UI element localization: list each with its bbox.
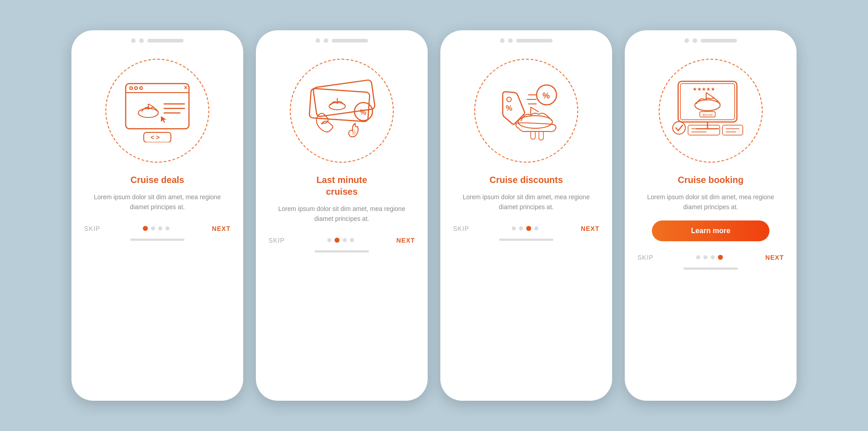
nav-dot-3 bbox=[165, 226, 170, 230]
top-bar bbox=[147, 39, 184, 42]
phone-title: Last minute cruises bbox=[316, 174, 367, 197]
phone-desc: Lorem ipsum dolor sit dim amet, mea regi… bbox=[269, 204, 414, 224]
nav-dots bbox=[327, 238, 354, 243]
nav-dot-0 bbox=[512, 226, 516, 230]
camera-dot bbox=[131, 38, 136, 43]
skip-label[interactable]: SKIP bbox=[637, 254, 654, 261]
illustration-area: ★★★★★ BOOK bbox=[625, 47, 797, 174]
svg-rect-0 bbox=[126, 84, 189, 129]
camera-dot bbox=[684, 38, 689, 43]
phones-container: ✕ < > Cruise de bbox=[71, 30, 797, 401]
phone-cruise-discounts: % % bbox=[440, 30, 612, 401]
cruise-discounts-icon: % % bbox=[486, 75, 567, 147]
next-label[interactable]: NEXT bbox=[581, 225, 599, 232]
illustration-area: % bbox=[256, 47, 428, 174]
svg-line-29 bbox=[531, 107, 539, 112]
phone-desc: Lorem ipsum dolor sit dim amet, mea regi… bbox=[454, 192, 599, 212]
phone-top-bar bbox=[625, 30, 797, 47]
speaker-dot bbox=[508, 38, 513, 43]
nav-dot-0 bbox=[327, 238, 331, 242]
phone-title: Cruise booking bbox=[678, 174, 744, 186]
svg-point-2 bbox=[130, 87, 132, 89]
svg-text:★★★★★: ★★★★★ bbox=[693, 86, 715, 92]
svg-point-40 bbox=[673, 122, 685, 134]
svg-point-4 bbox=[140, 87, 142, 89]
nav-dot-3 bbox=[534, 226, 538, 230]
svg-text:%: % bbox=[506, 104, 512, 112]
dashed-circle: % % bbox=[474, 59, 578, 163]
nav-dot-2 bbox=[158, 226, 162, 230]
phone-cruise-deals: ✕ < > Cruise de bbox=[71, 30, 243, 401]
last-minute-icon: % bbox=[301, 75, 382, 147]
top-bar bbox=[332, 39, 368, 42]
next-label[interactable]: NEXT bbox=[765, 254, 784, 261]
phone-nav: SKIP NEXT bbox=[625, 249, 797, 267]
nav-dot-3 bbox=[350, 238, 354, 242]
svg-text:< >: < > bbox=[151, 134, 160, 141]
svg-point-3 bbox=[135, 87, 137, 89]
nav-dot-2 bbox=[343, 238, 347, 242]
phone-nav: SKIP NEXT bbox=[440, 220, 612, 239]
svg-point-20 bbox=[507, 97, 511, 102]
home-bar bbox=[499, 239, 553, 241]
speaker-dot bbox=[693, 38, 697, 43]
nav-dots bbox=[143, 226, 170, 231]
phone-top-bar bbox=[71, 30, 243, 47]
dashed-circle: % bbox=[290, 59, 394, 163]
home-bar bbox=[130, 239, 184, 241]
svg-rect-44 bbox=[722, 125, 743, 135]
learn-more-button[interactable]: Learn more bbox=[652, 220, 769, 241]
home-bar bbox=[684, 267, 738, 270]
cruise-booking-icon: ★★★★★ BOOK bbox=[669, 75, 753, 147]
phone-content: Cruise deals Lorem ipsum dolor sit dim a… bbox=[71, 174, 243, 220]
home-bar bbox=[315, 250, 369, 253]
next-label[interactable]: NEXT bbox=[212, 225, 231, 232]
nav-dot-1 bbox=[151, 226, 155, 230]
phone-content: Cruise discounts Lorem ipsum dolor sit d… bbox=[440, 174, 612, 220]
phone-nav: SKIP NEXT bbox=[71, 220, 243, 239]
camera-dot bbox=[500, 38, 505, 43]
nav-dots bbox=[512, 226, 538, 231]
svg-text:BOOK: BOOK bbox=[703, 113, 713, 117]
nav-dot-2 bbox=[711, 255, 715, 259]
nav-dot-0 bbox=[143, 226, 148, 231]
svg-text:✕: ✕ bbox=[184, 85, 188, 90]
nav-dot-1 bbox=[335, 238, 340, 243]
nav-dot-2 bbox=[526, 226, 531, 231]
phone-cruise-booking: ★★★★★ BOOK Crui bbox=[625, 30, 797, 401]
svg-line-8 bbox=[148, 104, 154, 107]
svg-text:%: % bbox=[360, 108, 366, 116]
skip-label[interactable]: SKIP bbox=[269, 237, 285, 244]
phone-last-minute: % Last minute cruises Lorem ipsum dolor … bbox=[256, 30, 428, 401]
skip-label[interactable]: SKIP bbox=[84, 225, 100, 232]
illustration-area: % % bbox=[440, 47, 612, 174]
phone-content: Last minute cruises Lorem ipsum dolor si… bbox=[256, 174, 428, 232]
phone-title: Cruise deals bbox=[131, 174, 184, 186]
svg-rect-15 bbox=[309, 89, 370, 122]
nav-dot-3 bbox=[718, 255, 723, 260]
speaker-dot bbox=[139, 38, 144, 43]
dashed-circle: ★★★★★ BOOK bbox=[659, 59, 763, 163]
dashed-circle: ✕ < > bbox=[105, 59, 209, 163]
phone-top-bar bbox=[440, 30, 612, 47]
camera-dot bbox=[316, 38, 320, 43]
phone-desc: Lorem ipsum dolor sit dim amet, mea regi… bbox=[638, 192, 783, 212]
phone-content: Cruise booking Lorem ipsum dolor sit dim… bbox=[625, 174, 797, 249]
next-label[interactable]: NEXT bbox=[396, 237, 415, 244]
phone-top-bar bbox=[256, 30, 428, 47]
top-bar bbox=[701, 39, 737, 42]
nav-dot-0 bbox=[696, 255, 700, 259]
nav-dots bbox=[696, 255, 723, 260]
phone-nav: SKIP NEXT bbox=[256, 232, 428, 250]
speaker-dot bbox=[324, 38, 328, 43]
phone-title: Cruise discounts bbox=[490, 174, 563, 186]
cruise-deals-icon: ✕ < > bbox=[121, 79, 193, 142]
skip-label[interactable]: SKIP bbox=[453, 225, 469, 232]
nav-dot-1 bbox=[703, 255, 708, 259]
svg-line-36 bbox=[706, 93, 714, 98]
phone-desc: Lorem ipsum dolor sit dim amet, mea regi… bbox=[85, 192, 230, 212]
illustration-area: ✕ < > bbox=[71, 47, 243, 174]
svg-rect-41 bbox=[688, 125, 720, 135]
svg-point-34 bbox=[695, 100, 720, 111]
nav-dot-1 bbox=[519, 226, 523, 230]
